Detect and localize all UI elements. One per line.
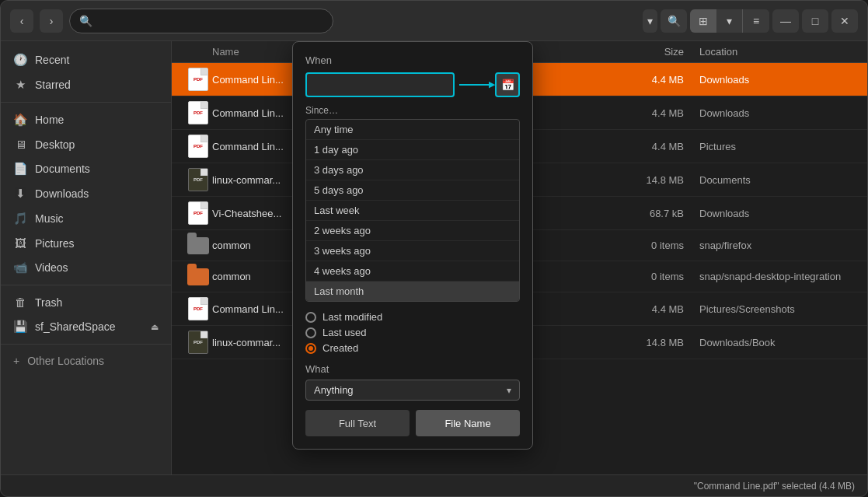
radio-last-modified[interactable]: Last modified xyxy=(305,311,520,323)
since-option-3weeks[interactable]: 3 weeks ago xyxy=(306,241,519,261)
file-location: snap/snapd-desktop-integration xyxy=(684,271,855,282)
since-option-2weeks[interactable]: 2 weeks ago xyxy=(306,221,519,241)
search-input[interactable]: Co xyxy=(97,15,323,27)
since-option-lastmonth[interactable]: Last month xyxy=(306,282,519,301)
date-input-row: ▶ 📅 xyxy=(305,72,520,97)
radio-last-used[interactable]: Last used xyxy=(305,327,520,338)
maximize-icon: □ xyxy=(812,15,818,27)
sidebar-label-pictures: Pictures xyxy=(35,237,75,250)
sidebar-item-starred[interactable]: ★ Starred xyxy=(1,72,171,97)
file-size: 0 items xyxy=(606,240,684,251)
pdf-icon: PDF xyxy=(188,135,208,158)
view-dropdown-button[interactable]: ▾ xyxy=(643,9,657,33)
sidebar-item-trash[interactable]: 🗑 Trash xyxy=(1,290,171,314)
sidebar-item-desktop[interactable]: 🖥 Desktop xyxy=(1,132,171,156)
folder-icon xyxy=(187,237,209,254)
radio-circle-modified xyxy=(305,312,316,323)
since-option-5days[interactable]: 5 days ago xyxy=(306,180,519,201)
forward-button[interactable]: › xyxy=(40,9,63,33)
recent-icon: 🕐 xyxy=(13,53,27,67)
sidebar-divider-3 xyxy=(1,344,171,345)
folder-icon xyxy=(187,268,209,285)
date-input[interactable] xyxy=(305,72,455,97)
back-icon: ‹ xyxy=(20,15,24,27)
sidebar-item-recent[interactable]: 🕐 Recent xyxy=(1,47,171,72)
radio-group: Last modified Last used Created xyxy=(305,311,520,354)
radio-created[interactable]: Created xyxy=(305,342,520,354)
what-dropdown[interactable]: Anything ▾ xyxy=(305,380,520,401)
sidebar-item-music[interactable]: 🎵 Music xyxy=(1,206,171,231)
file-size: 0 items xyxy=(606,271,684,282)
sidebar-label-documents: Documents xyxy=(35,163,90,175)
sidebar-label-recent: Recent xyxy=(35,54,69,66)
file-size: 68.7 kB xyxy=(606,208,684,219)
sidebar-divider-2 xyxy=(1,285,171,285)
since-option-1day[interactable]: 1 day ago xyxy=(306,140,519,160)
downloads-icon: ⬇ xyxy=(13,187,27,201)
file-icon-cell: PDF xyxy=(184,68,212,91)
sidebar-label-videos: Videos xyxy=(35,261,68,274)
titlebar-actions: ▾ 🔍 ⊞ ▾ ≡ — □ xyxy=(643,9,858,33)
sidebar-label-other-locations: Other Locations xyxy=(27,355,104,367)
pdf-icon: PDF xyxy=(188,297,208,320)
pictures-icon: 🖼 xyxy=(13,236,27,250)
close-icon: ✕ xyxy=(840,15,849,27)
search-toggle-button[interactable]: 🔍 xyxy=(661,9,687,33)
statusbar: "Command Line.pdf" selected (4.4 MB) xyxy=(1,474,867,496)
since-option-anytime[interactable]: Any time xyxy=(306,120,519,140)
titlebar: ‹ › 🔍 Co ▾ 🔍 ⊞ ▾ ≡ xyxy=(1,1,867,41)
full-text-button[interactable]: Full Text xyxy=(305,410,410,436)
what-value: Anything xyxy=(314,384,354,396)
back-button[interactable]: ‹ xyxy=(10,9,33,33)
file-size: 14.8 MB xyxy=(606,174,684,186)
desktop-icon: 🖥 xyxy=(13,138,27,151)
file-size: 4.4 MB xyxy=(606,141,684,152)
since-option-3days[interactable]: 3 days ago xyxy=(306,160,519,180)
search-bar[interactable]: 🔍 Co xyxy=(69,9,333,33)
sidebar-item-pictures[interactable]: 🖼 Pictures xyxy=(1,231,171,255)
search-filter-popup: When ▶ 📅 Since… Any time 1 day ago 3 day… xyxy=(292,41,533,450)
col-header-size: Size xyxy=(606,46,684,58)
sidebar-item-home[interactable]: 🏠 Home xyxy=(1,107,171,132)
file-name-button[interactable]: File Name xyxy=(416,410,520,436)
popup-footer: Full Text File Name xyxy=(305,410,520,436)
home-icon: 🏠 xyxy=(13,113,27,127)
sidebar-item-sf-shared[interactable]: 💾 sf_SharedSpace ⏏ xyxy=(1,314,171,339)
list-view-button[interactable]: ≡ xyxy=(743,9,769,33)
close-button[interactable]: ✕ xyxy=(831,9,858,33)
sidebar-add-locations[interactable]: + Other Locations xyxy=(1,349,171,373)
file-icon-cell: PDF xyxy=(184,331,212,354)
radio-label-created: Created xyxy=(322,342,358,354)
file-location: Downloads/Book xyxy=(684,337,855,348)
radio-circle-created xyxy=(305,343,316,354)
sidebar-item-downloads[interactable]: ⬇ Downloads xyxy=(1,181,171,206)
search-icon: 🔍 xyxy=(79,15,92,27)
calendar-button[interactable]: 📅 xyxy=(495,72,520,97)
sidebar-label-sf-shared: sf_SharedSpace xyxy=(35,320,116,333)
file-location: Documents xyxy=(684,174,855,186)
chevron-down-icon: ▾ xyxy=(507,385,511,396)
file-location: Pictures xyxy=(684,141,855,152)
list-icon: ≡ xyxy=(753,15,759,27)
pdf2-icon: PDF xyxy=(188,168,208,191)
grid-view-button[interactable]: ⊞ xyxy=(690,9,716,33)
minimize-button[interactable]: — xyxy=(772,9,799,33)
file-size: 4.4 MB xyxy=(606,107,684,119)
file-icon-cell xyxy=(184,268,212,285)
sidebar-label-downloads: Downloads xyxy=(35,187,89,200)
grid-icon: ⊞ xyxy=(699,15,708,27)
since-option-4weeks[interactable]: 4 weeks ago xyxy=(306,261,519,282)
starred-icon: ★ xyxy=(13,78,27,92)
sidebar-item-videos[interactable]: 📹 Videos xyxy=(1,255,171,280)
maximize-button[interactable]: □ xyxy=(802,9,828,33)
videos-icon: 📹 xyxy=(13,261,27,275)
file-location: Downloads xyxy=(684,74,855,86)
file-icon-cell: PDF xyxy=(184,201,212,225)
minimize-icon: — xyxy=(780,15,791,27)
sidebar-item-documents[interactable]: 📄 Documents xyxy=(1,156,171,181)
dropdown-arrow-button[interactable]: ▾ xyxy=(716,9,743,33)
file-size: 14.8 MB xyxy=(606,337,684,348)
pdf-icon: PDF xyxy=(188,201,208,225)
since-option-lastweek[interactable]: Last week xyxy=(306,201,519,221)
file-icon-cell: PDF xyxy=(184,168,212,191)
